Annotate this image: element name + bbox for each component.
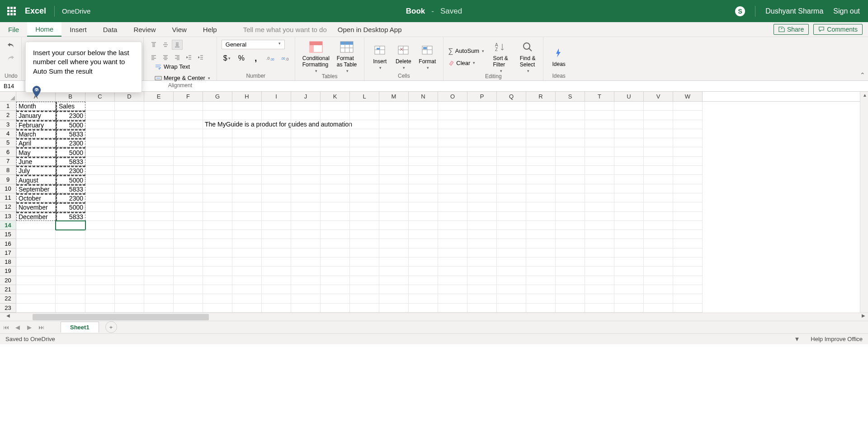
cell[interactable] <box>556 184 585 193</box>
cell[interactable] <box>232 138 262 147</box>
cell[interactable] <box>526 184 556 193</box>
cell[interactable] <box>409 111 438 120</box>
cell[interactable] <box>497 102 526 111</box>
cell[interactable] <box>321 193 350 202</box>
row-header[interactable]: 16 <box>0 239 16 248</box>
comma-icon[interactable]: , <box>250 53 261 64</box>
row-header[interactable]: 12 <box>0 202 16 211</box>
cell[interactable] <box>174 111 203 120</box>
cell[interactable] <box>379 102 409 111</box>
cell[interactable] <box>262 212 291 221</box>
cell[interactable] <box>673 212 703 221</box>
column-header[interactable]: F <box>174 92 203 101</box>
cell[interactable] <box>144 257 174 267</box>
cell[interactable] <box>379 212 409 221</box>
cell[interactable]: 2300 <box>56 193 85 202</box>
cell[interactable] <box>232 276 262 285</box>
cell[interactable] <box>115 193 144 202</box>
cell[interactable] <box>438 221 467 230</box>
cell[interactable] <box>144 276 174 285</box>
cell[interactable] <box>614 257 644 267</box>
cell[interactable] <box>585 138 614 147</box>
cell[interactable] <box>144 184 174 193</box>
delete-cells-button[interactable]: Delete <box>392 43 414 70</box>
cell[interactable] <box>85 202 115 211</box>
cell[interactable]: 5833 <box>56 129 85 138</box>
cell[interactable] <box>644 202 673 211</box>
cell[interactable] <box>556 102 585 111</box>
cell[interactable] <box>350 129 379 138</box>
cell[interactable] <box>379 193 409 202</box>
cell[interactable] <box>144 193 174 202</box>
cell[interactable] <box>467 285 497 294</box>
cell[interactable] <box>526 285 556 294</box>
cell[interactable] <box>56 267 85 276</box>
cell[interactable] <box>614 267 644 276</box>
cell[interactable] <box>438 202 467 211</box>
cell[interactable] <box>409 202 438 211</box>
cell[interactable] <box>438 248 467 257</box>
cell[interactable] <box>291 267 321 276</box>
cell[interactable] <box>556 276 585 285</box>
column-header[interactable]: O <box>438 92 467 101</box>
cell[interactable] <box>497 257 526 267</box>
cell[interactable] <box>497 304 526 313</box>
cell[interactable] <box>350 257 379 267</box>
cell[interactable] <box>526 202 556 211</box>
cell[interactable] <box>262 276 291 285</box>
cell[interactable] <box>115 184 144 193</box>
cell[interactable] <box>526 157 556 166</box>
cell[interactable] <box>291 193 321 202</box>
cell[interactable] <box>614 202 644 211</box>
cell[interactable] <box>16 285 56 294</box>
cell[interactable] <box>321 184 350 193</box>
cell[interactable] <box>438 276 467 285</box>
cell[interactable] <box>409 248 438 257</box>
cell[interactable] <box>467 248 497 257</box>
cell[interactable] <box>438 120 467 129</box>
cell[interactable] <box>203 184 232 193</box>
cell[interactable] <box>203 166 232 175</box>
percent-icon[interactable]: % <box>236 53 247 64</box>
cell[interactable] <box>614 221 644 230</box>
column-header[interactable]: P <box>467 92 497 101</box>
cell[interactable] <box>673 120 703 129</box>
cell[interactable] <box>409 285 438 294</box>
cell[interactable] <box>673 138 703 147</box>
cell[interactable] <box>291 257 321 267</box>
status-dropdown-icon[interactable]: ▼ <box>794 336 800 342</box>
cell[interactable] <box>409 138 438 147</box>
cell[interactable] <box>350 267 379 276</box>
cell[interactable] <box>644 184 673 193</box>
cell[interactable] <box>673 248 703 257</box>
cell[interactable] <box>438 147 467 156</box>
cell[interactable] <box>115 157 144 166</box>
cell[interactable] <box>144 147 174 156</box>
cell[interactable] <box>644 294 673 303</box>
cell[interactable] <box>56 248 85 257</box>
cell[interactable] <box>409 147 438 156</box>
cell[interactable] <box>556 175 585 184</box>
cell[interactable] <box>644 166 673 175</box>
row-header[interactable]: 15 <box>0 230 16 239</box>
cell[interactable] <box>16 257 56 267</box>
cell[interactable] <box>321 230 350 239</box>
cell[interactable] <box>115 175 144 184</box>
cell[interactable]: The MyGuide is a product for guides and … <box>203 120 232 129</box>
storage-location[interactable]: OneDrive <box>62 7 90 15</box>
cell[interactable] <box>174 212 203 221</box>
cell[interactable] <box>174 267 203 276</box>
cell[interactable] <box>585 193 614 202</box>
cell[interactable] <box>321 157 350 166</box>
cell[interactable] <box>673 111 703 120</box>
cell[interactable] <box>350 193 379 202</box>
horizontal-scroll-thumb[interactable] <box>33 314 209 320</box>
cell[interactable] <box>497 285 526 294</box>
cell[interactable] <box>85 129 115 138</box>
user-name[interactable]: Dushyant Sharma <box>765 7 823 15</box>
cell[interactable] <box>291 212 321 221</box>
cell[interactable] <box>232 304 262 313</box>
cell[interactable] <box>497 212 526 221</box>
column-header[interactable]: D <box>115 92 144 101</box>
increase-indent-icon[interactable] <box>195 52 206 62</box>
